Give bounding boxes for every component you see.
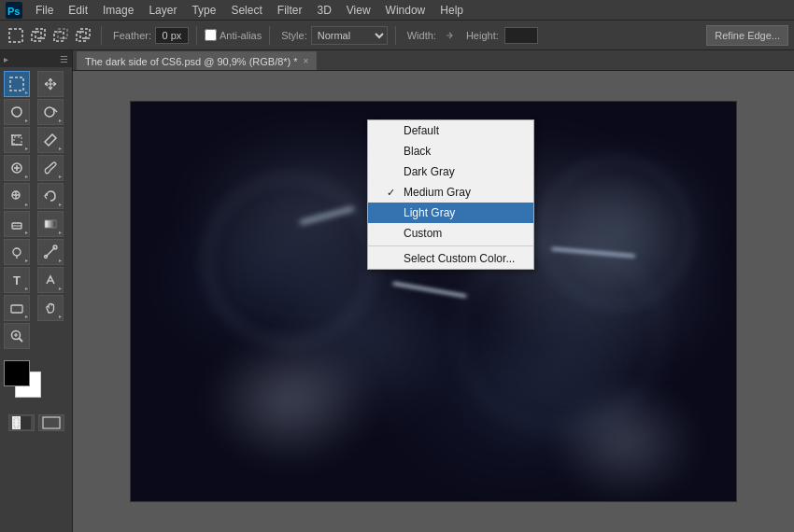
menu-3d[interactable]: 3D	[309, 2, 338, 19]
tool-zoom[interactable]	[4, 323, 30, 349]
item-label-default: Default	[404, 124, 439, 137]
quick-mask-mode-btn[interactable]	[8, 414, 35, 431]
tools-bottom	[0, 411, 72, 435]
refine-edge-btn[interactable]: Refine Edge...	[706, 25, 788, 46]
add-selection-btn[interactable]	[28, 25, 49, 46]
svg-rect-3	[32, 32, 41, 41]
sep4	[395, 26, 396, 45]
tool-gradient[interactable]: ▸	[37, 211, 64, 237]
canvas-container: Default Black Dark Gray ✓ Medium Gray Li…	[73, 71, 794, 532]
menu-window[interactable]: Window	[378, 2, 433, 19]
tool-hand[interactable]: ▸	[37, 295, 64, 321]
height-label: Height:	[466, 30, 499, 41]
item-label-custom: Custom	[404, 227, 442, 240]
tools-body: ▸ ▸ ▸ ▸ ▸	[0, 67, 72, 353]
svg-text:Ps: Ps	[7, 6, 20, 17]
menu-filter[interactable]: Filter	[270, 2, 310, 19]
dropdown-item-light-gray[interactable]: Light Gray	[368, 203, 533, 223]
dropdown-separator	[368, 245, 533, 246]
new-selection-btn[interactable]	[6, 25, 26, 46]
svg-rect-4	[35, 29, 45, 38]
tool-crop[interactable]: ▸	[4, 127, 30, 153]
tool-brush[interactable]: ▸	[37, 155, 64, 181]
width-label: Width:	[407, 30, 436, 41]
svg-rect-25	[43, 417, 60, 428]
document-tab[interactable]: The dark side of CS6.psd @ 90,9% (RGB/8*…	[77, 51, 317, 70]
tool-shape[interactable]: ▸	[4, 295, 30, 321]
canvas-area: The dark side of CS6.psd @ 90,9% (RGB/8*…	[73, 50, 794, 532]
svg-rect-20	[11, 305, 22, 313]
svg-rect-15	[45, 220, 56, 228]
sep2	[196, 26, 197, 45]
item-label-medium-gray: Medium Gray	[404, 186, 471, 199]
menu-view[interactable]: View	[339, 2, 378, 19]
sep1	[101, 26, 102, 45]
item-label-dark-gray: Dark Gray	[404, 165, 455, 178]
dropdown-item-custom[interactable]: Custom	[368, 223, 533, 244]
svg-rect-5	[54, 32, 64, 41]
ps-logo: Ps	[4, 0, 24, 21]
tool-healing[interactable]: ▸	[4, 155, 30, 181]
menu-select[interactable]: Select	[223, 2, 269, 19]
menu-image[interactable]: Image	[95, 2, 141, 19]
screen-mode-btn[interactable]	[38, 414, 64, 431]
check-medium-gray: ✓	[387, 187, 400, 199]
dropdown-item-black[interactable]: Black	[368, 141, 533, 161]
tab-title: The dark side of CS6.psd @ 90,9% (RGB/8*…	[85, 56, 298, 67]
tool-clone[interactable]: ▸	[4, 183, 30, 209]
intersect-selection-btn[interactable]	[73, 25, 93, 46]
border-color-dropdown: Default Black Dark Gray ✓ Medium Gray Li…	[367, 119, 534, 270]
antialias-checkbox[interactable]	[205, 29, 217, 41]
dropdown-item-select-custom-color[interactable]: Select Custom Color...	[368, 248, 533, 269]
main-area: ▸ ☰ ▸ ▸ ▸ ▸	[0, 50, 794, 532]
dropdown-item-dark-gray[interactable]: Dark Gray	[368, 161, 533, 182]
style-label: Style:	[281, 30, 307, 41]
svg-rect-22	[12, 416, 21, 429]
svg-rect-6	[58, 29, 67, 38]
sep3	[269, 26, 270, 45]
style-select[interactable]: Normal Fixed Ratio Fixed Size	[311, 26, 388, 45]
tool-lasso[interactable]: ▸	[4, 99, 30, 125]
dropdown-item-medium-gray[interactable]: ✓ Medium Gray	[368, 182, 533, 203]
tool-eraser[interactable]: ▸	[4, 211, 30, 237]
svg-rect-8	[80, 29, 90, 38]
menu-file[interactable]: File	[28, 2, 61, 19]
tool-pen[interactable]: ▸	[37, 239, 64, 265]
dropdown-item-default[interactable]: Default	[368, 120, 533, 141]
options-bar: Feather: Anti-alias Style: Normal Fixed …	[0, 21, 794, 50]
svg-rect-2	[9, 29, 22, 42]
menu-layer[interactable]: Layer	[141, 2, 184, 19]
svg-rect-11	[14, 137, 21, 145]
menu-help[interactable]: Help	[432, 2, 471, 19]
marquee-options	[6, 25, 93, 46]
tool-path-select[interactable]: ▸	[37, 267, 64, 293]
tools-panel: ▸ ☰ ▸ ▸ ▸ ▸	[0, 50, 73, 532]
menubar: Ps File Edit Image Layer Type Select Fil…	[0, 0, 794, 21]
feather-label: Feather:	[113, 30, 151, 41]
antialias-label[interactable]: Anti-alias	[205, 29, 262, 41]
tools-header: ▸ ☰	[0, 50, 72, 67]
menu-edit[interactable]: Edit	[61, 2, 95, 19]
tool-marquee-rect[interactable]: ▸	[4, 71, 30, 97]
svg-text:T: T	[13, 273, 21, 287]
item-label-light-gray: Light Gray	[404, 206, 455, 219]
tool-dodge[interactable]: ▸	[4, 239, 30, 265]
color-swatches	[4, 360, 68, 407]
svg-rect-7	[77, 32, 86, 41]
svg-point-16	[13, 248, 21, 256]
item-label-black: Black	[404, 145, 431, 158]
tab-close-btn[interactable]: ×	[304, 56, 309, 66]
tool-history-brush[interactable]: ▸	[37, 183, 64, 209]
tool-quick-select[interactable]: ▸	[37, 99, 64, 125]
tool-eyedropper[interactable]: ▸	[37, 127, 64, 153]
foreground-color-swatch[interactable]	[4, 360, 30, 386]
tool-type[interactable]: T ▸	[4, 267, 30, 293]
tab-bar: The dark side of CS6.psd @ 90,9% (RGB/8*…	[73, 50, 794, 71]
tool-move[interactable]	[37, 71, 64, 97]
menu-type[interactable]: Type	[184, 2, 223, 19]
height-input[interactable]	[504, 27, 538, 44]
svg-point-10	[45, 107, 54, 117]
subtract-selection-btn[interactable]	[50, 25, 71, 46]
feather-input[interactable]	[155, 27, 189, 44]
item-label-select-custom-color: Select Custom Color...	[404, 252, 515, 265]
